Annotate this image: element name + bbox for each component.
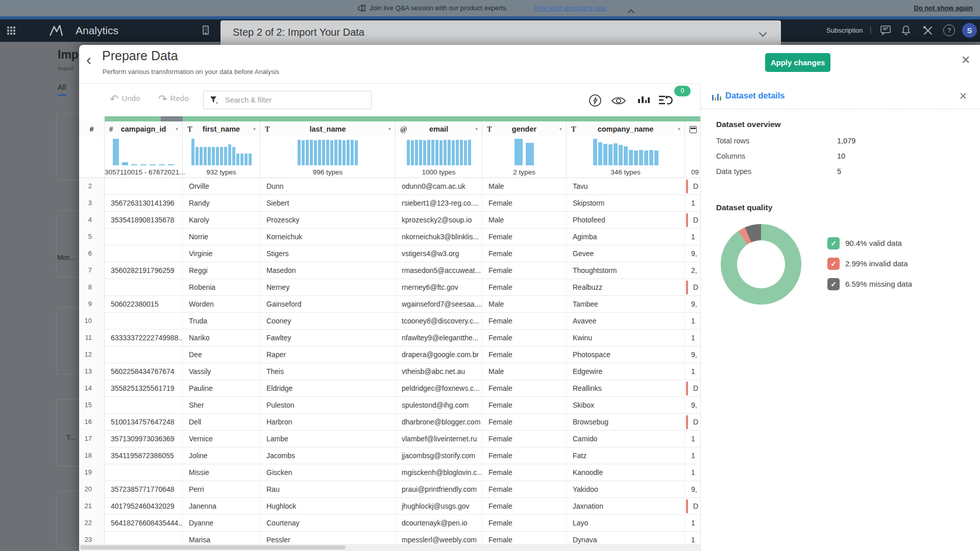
cell-date[interactable]: 9, (685, 397, 701, 414)
cell-last_name[interactable]: Raper (260, 346, 396, 363)
cell-company_name[interactable]: Layo (567, 515, 685, 532)
banner-collapse-icon[interactable] (629, 8, 633, 17)
cell-gender[interactable]: Female (482, 481, 567, 498)
column-histogram-gender[interactable]: 2 types (482, 137, 567, 178)
column-header-gender[interactable]: Tgender▾ (482, 121, 567, 137)
cell-company_name[interactable]: Camido (567, 431, 685, 447)
cell-campaign_id[interactable] (105, 245, 183, 262)
cell-gender[interactable]: Female (482, 346, 567, 363)
cell-email[interactable]: wgainseford7@seesaa.... (396, 296, 482, 313)
cell-date[interactable]: 9, (685, 245, 701, 262)
transform-log-icon[interactable] (658, 94, 673, 107)
feedback-icon[interactable] (880, 26, 891, 35)
cell-email[interactable]: jjacombsg@storify.com (396, 447, 482, 464)
column-header-campaign_id[interactable]: #campaign_id▾ (105, 121, 183, 137)
column-histogram-email[interactable]: 1000 types (396, 137, 482, 178)
cell-gender[interactable]: Male (482, 178, 567, 195)
cell-company_name[interactable]: Thoughtstorm (567, 262, 685, 279)
cell-gender[interactable]: Female (482, 447, 567, 464)
cell-last_name[interactable]: Hughlock (260, 498, 396, 515)
cell-first_name[interactable]: Dee (183, 346, 260, 363)
cell-email[interactable]: jhughlockj@usgs.gov (396, 498, 482, 515)
cell-last_name[interactable]: Siebert (260, 195, 396, 212)
cell-date[interactable]: D (685, 212, 701, 229)
cell-email[interactable]: rmasedon5@accuweat... (396, 262, 482, 279)
cell-gender[interactable]: Female (482, 313, 567, 330)
cell-last_name[interactable]: Lambe (260, 431, 396, 447)
sort-dropdown-icon[interactable]: ▾ (559, 126, 562, 132)
cell-first_name[interactable]: Janenna (183, 498, 260, 515)
cell-gender[interactable]: Female (482, 397, 567, 414)
cell-first_name[interactable]: Joline (183, 447, 260, 464)
sort-dropdown-icon[interactable]: ▾ (176, 126, 178, 132)
cell-gender[interactable]: Female (482, 498, 567, 515)
cell-email[interactable]: kprozescky2@soup.io (396, 212, 482, 229)
subscription-link[interactable]: Subscription (826, 27, 863, 34)
user-avatar[interactable]: S (962, 23, 977, 38)
sort-dropdown-icon[interactable]: ▾ (388, 126, 391, 132)
cell-date[interactable]: 9, (685, 346, 701, 363)
cell-company_name[interactable]: Fatz (567, 447, 685, 464)
cell-last_name[interactable]: Stigers (260, 245, 396, 262)
cell-email[interactable]: odunn0@cam.ac.uk (396, 178, 482, 195)
cell-campaign_id[interactable] (105, 178, 183, 195)
cell-gender[interactable]: Female (482, 515, 567, 532)
bg-tab-all[interactable]: All (58, 83, 66, 96)
cell-first_name[interactable]: Perri (183, 481, 260, 498)
cell-first_name[interactable]: Dell (183, 414, 260, 431)
cell-company_name[interactable]: Agimba (567, 229, 685, 245)
cell-first_name[interactable]: Dyanne (183, 515, 260, 532)
cell-date[interactable]: 1 (685, 330, 701, 346)
cell-company_name[interactable]: Photofeed (567, 212, 685, 229)
cell-last_name[interactable]: Harbron (260, 414, 396, 431)
panel-close-icon[interactable]: ✕ (959, 90, 967, 102)
cell-date[interactable]: D (685, 279, 701, 296)
cell-campaign_id[interactable]: 3567263130141396 (105, 195, 183, 212)
cell-gender[interactable]: Male (482, 212, 567, 229)
cell-first_name[interactable]: Pauline (183, 380, 260, 397)
sort-dropdown-icon[interactable]: ▾ (678, 126, 680, 132)
cell-campaign_id[interactable] (105, 397, 183, 414)
column-histogram-n[interactable] (79, 137, 105, 178)
scrollbar-thumb[interactable] (80, 545, 346, 549)
cell-last_name[interactable]: Giscken (260, 464, 396, 481)
column-stats-icon[interactable] (638, 95, 650, 106)
cell-last_name[interactable]: Courtenay (260, 515, 396, 532)
cell-first_name[interactable]: Vernice (183, 431, 260, 447)
column-header-first_name[interactable]: Tfirst_name▾ (183, 121, 260, 137)
cell-campaign_id[interactable]: 4017952460432029 (105, 498, 183, 515)
invalid-checkbox-icon[interactable]: ✓ (827, 258, 840, 270)
back-chevron-icon[interactable]: ‹ (86, 52, 91, 67)
cell-first_name[interactable]: Missie (183, 464, 260, 481)
cell-first_name[interactable]: Norrie (183, 229, 260, 245)
cell-date[interactable]: 1 (685, 229, 701, 245)
cell-last_name[interactable]: Korneichuk (260, 229, 396, 245)
undo-button[interactable]: ↶Undo (110, 93, 140, 105)
cell-date[interactable]: D (685, 178, 701, 195)
cell-email[interactable]: dcourtenayk@pen.io (396, 515, 482, 532)
cell-email[interactable]: rnerney6@ftc.gov (396, 279, 482, 296)
apps-grid-icon[interactable] (7, 27, 9, 29)
column-header-last_name[interactable]: Tlast_name▾ (260, 121, 396, 137)
notifications-bell-icon[interactable] (901, 25, 911, 36)
cell-campaign_id[interactable]: 3558251325561719 (105, 380, 183, 397)
cell-date[interactable]: D (685, 498, 701, 515)
cell-email[interactable]: tcooney8@discovery.c... (396, 313, 482, 330)
cell-date[interactable]: 2, (685, 262, 701, 279)
cell-first_name[interactable]: Orville (183, 178, 260, 195)
cell-company_name[interactable]: Tavu (567, 178, 685, 195)
cell-campaign_id[interactable] (105, 313, 183, 330)
cell-gender[interactable]: Female (482, 229, 567, 245)
missing-checkbox-icon[interactable]: ✓ (827, 278, 840, 290)
cell-campaign_id[interactable] (105, 279, 183, 296)
cell-campaign_id[interactable]: 3572385771770648 (105, 481, 183, 498)
cell-company_name[interactable]: Browsebug (567, 414, 685, 431)
cell-date[interactable]: 1 (685, 447, 701, 464)
cell-first_name[interactable]: Virginie (183, 245, 260, 262)
cell-gender[interactable]: Female (482, 195, 567, 212)
valid-checkbox-icon[interactable]: ✓ (827, 237, 840, 249)
column-histogram-campaign_id[interactable]: 3057110015 - 67672021... (105, 137, 183, 178)
cell-first_name[interactable]: Reggi (183, 262, 260, 279)
cell-first_name[interactable]: Worden (183, 296, 260, 313)
cell-gender[interactable]: Female (482, 262, 567, 279)
